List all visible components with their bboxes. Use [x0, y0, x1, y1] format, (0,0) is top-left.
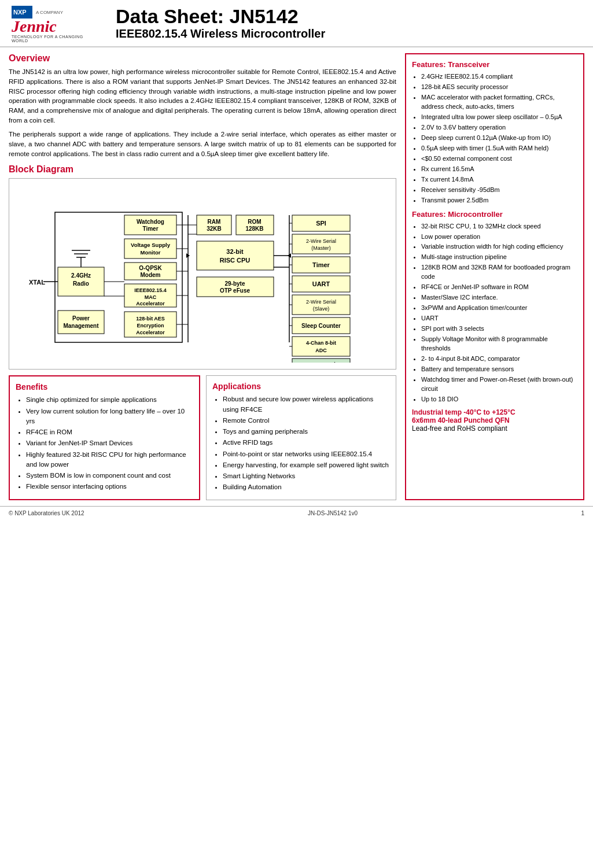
svg-text:Accelerator: Accelerator: [136, 330, 165, 335]
industrial-temp: Industrial temp -40°C to +125°C: [412, 408, 577, 416]
list-item: Active RFID tags: [223, 438, 390, 448]
list-item: Building Automation: [223, 482, 390, 492]
svg-text:29-byte: 29-byte: [224, 280, 245, 287]
main-content: Overview The JN5142 is an ultra low powe…: [0, 47, 593, 505]
svg-text:32-bit: 32-bit: [226, 248, 244, 255]
svg-text:2-Wire Serial: 2-Wire Serial: [306, 238, 336, 244]
features-transceiver-list: 2.4GHz IEEE802.15.4 compliant 128-bit AE…: [412, 72, 577, 205]
list-item: UART: [421, 314, 577, 323]
list-item: 32-bit RISC CPU, 1 to 32MHz clock speed: [421, 222, 577, 231]
jennic-logo-text: Jennic: [12, 19, 57, 35]
svg-text:(Slave): (Slave): [313, 306, 330, 312]
page-header: NXP A COMPANY Jennic TECHNOLOGY FOR A CH…: [0, 0, 593, 47]
list-item: RF4CE or JenNet-IP software in ROM: [421, 283, 577, 292]
svg-rect-22: [58, 311, 104, 334]
svg-text:128KB: 128KB: [245, 226, 263, 232]
xtal-label: XTAL: [29, 279, 45, 286]
logo-box: NXP A COMPANY Jennic TECHNOLOGY FOR A CH…: [12, 6, 93, 40]
list-item: 2- to 4-input 8-bit ADC, comparator: [421, 354, 577, 364]
list-item: <$0.50 external component cost: [421, 154, 577, 164]
jennic-name: Jennic: [12, 17, 57, 35]
block-diagram-svg: XTAL 2.4GHz Radio Watchdog Timer Voltage…: [14, 183, 391, 363]
svg-text:O-QPSK: O-QPSK: [139, 265, 162, 271]
svg-text:2-Wire Serial: 2-Wire Serial: [306, 299, 336, 305]
list-item: Point-to-point or star networks using IE…: [223, 449, 390, 459]
list-item: Transmit power 2.5dBm: [421, 196, 577, 205]
list-item: RF4CE in ROM: [26, 427, 193, 437]
block-diagram-heading: Block Diagram: [9, 164, 396, 175]
svg-text:MAC: MAC: [145, 294, 157, 300]
svg-text:UART: UART: [312, 280, 330, 287]
page-footer: © NXP Laboratories UK 2012 JN-DS-JN5142 …: [0, 506, 593, 520]
list-item: Toys and gaming peripherals: [223, 427, 390, 437]
applications-heading: Applications: [212, 382, 390, 391]
footer-page: 1: [581, 510, 584, 516]
industrial-package: 6x6mm 40-lead Punched QFN: [412, 416, 577, 424]
nxp-company-label: A COMPANY: [36, 10, 63, 15]
footer-copyright: © NXP Laboratories UK 2012: [9, 510, 84, 516]
list-item: Smart Lighting Networks: [223, 471, 390, 481]
svg-text:RISC CPU: RISC CPU: [220, 257, 251, 264]
industrial-compliance: Lead-free and RoHS compliant: [412, 424, 577, 433]
list-item: SPI port with 3 selects: [421, 324, 577, 334]
list-item: 128-bit AES security processor: [421, 83, 577, 92]
list-item: Supply Voltage Monitor with 8 programmab…: [421, 335, 577, 353]
list-item: Very low current solution for long batte…: [26, 407, 193, 427]
list-item: Robust and secure low power wireless app…: [223, 394, 390, 415]
svg-text:Voltage Supply: Voltage Supply: [131, 242, 171, 248]
list-item: Master/Slave I2C interface.: [421, 293, 577, 302]
list-item: Variable instruction width for high codi…: [421, 242, 577, 252]
svg-text:(Master): (Master): [311, 245, 331, 251]
list-item: Rx current 16.5mA: [421, 165, 577, 174]
features-mcu-list: 32-bit RISC CPU, 1 to 32MHz clock speed …: [412, 222, 577, 404]
svg-text:SPI: SPI: [316, 220, 326, 227]
overview-heading: Overview: [9, 53, 396, 64]
list-item: Remote Control: [223, 416, 390, 426]
page-subtitle: IEEE802.15.4 Wireless Microcontroller: [116, 27, 581, 40]
list-item: Battery and temperature sensors: [421, 365, 577, 374]
list-item: 2.0V to 3.6V battery operation: [421, 123, 577, 132]
svg-text:Management: Management: [63, 323, 99, 329]
applications-box: Applications Robust and secure low power…: [206, 375, 396, 500]
benefits-box: Benefits Single chip optimized for simpl…: [9, 375, 200, 500]
svg-text:32KB: 32KB: [207, 226, 222, 232]
footer-doc-id: JN-DS-JN5142 1v0: [308, 510, 358, 516]
svg-text:4-Chan 8-bit: 4-Chan 8-bit: [306, 340, 336, 346]
list-item: Tx current 14.8mA: [421, 175, 577, 184]
svg-text:Timer: Timer: [312, 261, 330, 268]
list-item: Watchdog timer and Power-on-Reset (with …: [421, 375, 577, 394]
list-item: 0.5µA sleep with timer (1.5uA with RAM h…: [421, 144, 577, 153]
svg-text:Modem: Modem: [141, 272, 161, 278]
svg-text:Battery and: Battery and: [307, 361, 336, 363]
list-item: MAC accelerator with packet formatting, …: [421, 93, 577, 112]
list-item: System BOM is low in component count and…: [26, 471, 193, 481]
svg-text:128-bit AES: 128-bit AES: [136, 316, 165, 322]
svg-text:Monitor: Monitor: [141, 249, 161, 256]
nxp-logo: NXP A COMPANY: [12, 6, 63, 19]
features-transceiver-heading: Features: Transceiver: [412, 60, 577, 69]
svg-text:ROM: ROM: [248, 219, 261, 225]
list-item: Flexible sensor interfacing options: [26, 482, 193, 492]
svg-text:Watchdog: Watchdog: [137, 219, 164, 225]
applications-list: Robust and secure low power wireless app…: [212, 394, 390, 492]
right-column: Features: Transceiver 2.4GHz IEEE802.15.…: [405, 53, 584, 500]
list-item: Integrated ultra low power sleep oscilla…: [421, 113, 577, 122]
svg-text:NXP: NXP: [13, 9, 27, 16]
list-item: Single chip optimized for simple applica…: [26, 395, 193, 405]
list-item: Up to 18 DIO: [421, 395, 577, 404]
svg-text:Sleep Counter: Sleep Counter: [301, 323, 341, 329]
lower-boxes: Benefits Single chip optimized for simpl…: [9, 375, 396, 500]
svg-text:IEEE802.15.4: IEEE802.15.4: [134, 287, 167, 293]
svg-text:Radio: Radio: [73, 280, 89, 287]
svg-text:Power: Power: [72, 315, 90, 322]
list-item: Receiver sensitivity -95dBm: [421, 186, 577, 195]
list-item: Deep sleep current 0.12µA (Wake-up from …: [421, 134, 577, 143]
list-item: Multi-stage instruction pipeline: [421, 253, 577, 262]
list-item: 3xPWM and Application timer/counter: [421, 304, 577, 313]
block-diagram-container: XTAL 2.4GHz Radio Watchdog Timer Voltage…: [9, 178, 396, 370]
list-item: Highly featured 32-bit RISC CPU for high…: [26, 450, 193, 470]
logo-area: NXP A COMPANY Jennic TECHNOLOGY FOR A CH…: [12, 6, 104, 40]
svg-text:RAM: RAM: [208, 219, 221, 225]
industrial-info: Industrial temp -40°C to +125°C 6x6mm 40…: [412, 408, 577, 433]
features-mcu-heading: Features: Microcontroller: [412, 210, 577, 219]
